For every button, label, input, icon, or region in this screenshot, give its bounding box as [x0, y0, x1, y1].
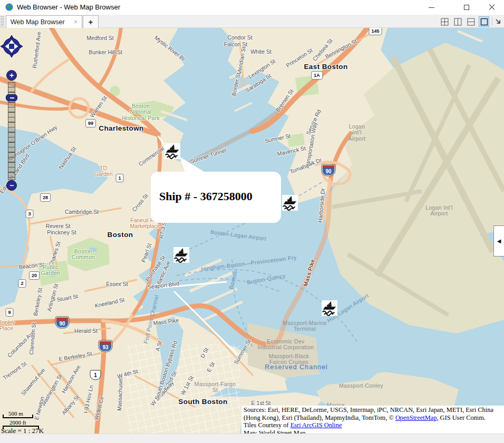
scale-ratio-label: Scale = 1 : 27K: [1, 427, 44, 434]
close-button[interactable]: [480, 0, 504, 15]
globe-icon: [5, 3, 13, 11]
tab-web-map-browser[interactable]: Web Map Browser ×: [6, 15, 82, 28]
scale-metric-label: 500 m: [8, 410, 23, 417]
basemap: [0, 28, 504, 434]
app-window: Web Browser - Web Map Browser Web Map Br…: [0, 0, 504, 443]
layout-columns-button[interactable]: [452, 16, 463, 27]
map-viewport[interactable]: East BostonCharlestownBostonSouth Boston…: [0, 28, 504, 434]
ship-marker[interactable]: [173, 247, 189, 263]
callout-text: Ship # - 367258000: [159, 189, 253, 203]
zoom-out-button[interactable]: −: [6, 180, 17, 191]
scale-metric-bar: [3, 417, 33, 418]
layout-grid-2x2-button[interactable]: [439, 16, 450, 27]
tab-close-icon[interactable]: ×: [74, 18, 77, 26]
ship-marker[interactable]: [164, 143, 180, 159]
tab-label: Web Map Browser: [11, 18, 72, 26]
map-navigation-control: + −: [0, 28, 24, 196]
scale-bar: 500 m 2000 ft Scale = 1 : 27K: [1, 410, 70, 434]
window-actions-arrow-icon[interactable]: [494, 17, 502, 26]
zoom-slider-handle[interactable]: [6, 94, 17, 101]
scale-imperial-label: 2000 ft: [9, 419, 26, 426]
maximize-icon: [464, 5, 469, 10]
layout-rows-button[interactable]: [466, 16, 476, 27]
collapse-arrow-icon: ◀: [497, 238, 501, 244]
pan-rosette[interactable]: [0, 35, 23, 58]
attribution-sources-suffix: , GIS User Comm.: [437, 414, 486, 421]
attribution-map-name: Map: World Street Map: [244, 429, 306, 434]
bottom-strip: [0, 434, 504, 443]
toolbar-separator: [492, 17, 492, 26]
panel-collapse-tab[interactable]: ◀: [493, 225, 504, 257]
ship-marker[interactable]: [322, 300, 337, 316]
attribution-panel: Sources: Esri, HERE, DeLorme, USGS, Inte…: [241, 406, 504, 434]
minimize-icon: [429, 7, 434, 8]
maximize-button[interactable]: [454, 0, 479, 15]
layout-toolbar: [439, 16, 489, 27]
drag-grip[interactable]: [1, 16, 4, 26]
esri-arcgis-link[interactable]: Esri ArcGIS Online: [290, 421, 342, 429]
layout-single-button[interactable]: [479, 16, 489, 27]
tab-bar: Web Map Browser × +: [0, 15, 504, 28]
title-bar: Web Browser - Web Map Browser: [0, 0, 504, 15]
ship-info-callout: Ship # - 367258000: [151, 172, 281, 223]
close-icon: [489, 4, 495, 11]
minimize-button[interactable]: [419, 0, 443, 15]
zoom-in-button[interactable]: +: [6, 70, 17, 81]
new-tab-button[interactable]: +: [83, 15, 99, 28]
ship-marker[interactable]: [282, 195, 298, 211]
openstreetmap-link[interactable]: OpenStreetMap: [395, 414, 437, 421]
window-title: Web Browser - Web Map Browser: [17, 3, 120, 11]
attribution-tiles: Tiles Courtesy of: [244, 421, 290, 429]
